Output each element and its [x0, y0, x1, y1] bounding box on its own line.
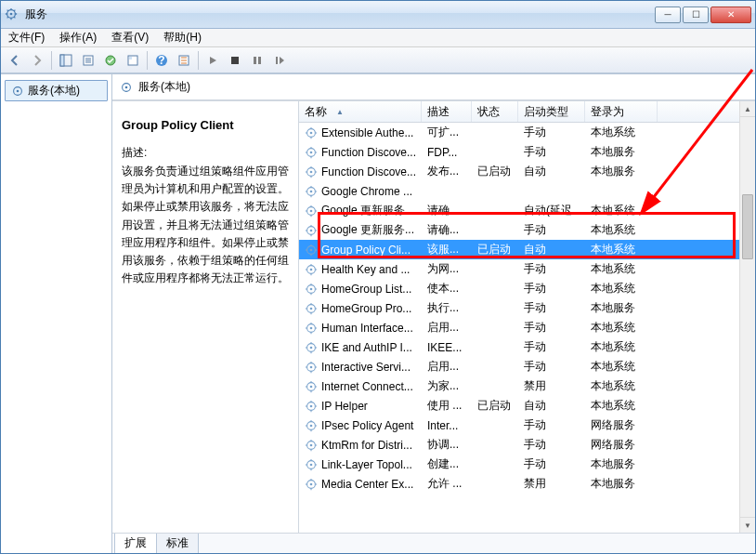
svg-point-60 — [310, 463, 313, 466]
service-desc: 请确... — [422, 222, 472, 238]
service-name: Internet Connect... — [321, 380, 413, 393]
service-row[interactable]: HomeGroup Pro...执行...手动本地服务 — [299, 298, 755, 318]
show-hide-tree-button[interactable] — [56, 50, 76, 71]
vertical-scrollbar[interactable]: ▲ ▼ — [739, 101, 755, 533]
service-row[interactable]: Function Discove...FDP...手动本地服务 — [299, 142, 755, 162]
service-row[interactable]: Function Discove...发布...已启动自动本地服务 — [299, 162, 755, 181]
service-icon — [305, 478, 318, 491]
start-service-button[interactable] — [202, 50, 223, 71]
scroll-up-button[interactable]: ▲ — [740, 101, 755, 117]
scroll-thumb[interactable] — [742, 194, 753, 259]
svg-point-24 — [125, 86, 128, 88]
service-row[interactable]: Health Key and ...为网...手动本地系统 — [299, 259, 755, 279]
menu-view[interactable]: 查看(V) — [108, 28, 152, 47]
service-row[interactable]: KtmRm for Distri...协调...手动网络服务 — [299, 435, 755, 455]
detail-desc: 该服务负责通过组策略组件应用管理员为计算机和用户配置的设置。如果停止或禁用该服务… — [122, 163, 289, 287]
pause-service-button[interactable] — [247, 50, 267, 71]
service-logon: 本地系统 — [585, 281, 658, 297]
service-status: 已启动 — [472, 242, 518, 257]
refresh-button[interactable] — [123, 50, 143, 71]
service-startup: 手动 — [518, 320, 585, 336]
column-startup[interactable]: 启动类型 — [518, 101, 585, 122]
restart-service-button[interactable] — [269, 50, 290, 71]
service-name: Group Policy Cli... — [321, 244, 411, 257]
list-pane: 名称▲ 描述 状态 启动类型 登录为 Extensible Authe...可扩… — [298, 101, 755, 533]
service-desc: 可扩... — [422, 125, 472, 140]
service-row[interactable]: IKE and AuthIP I...IKEE...手动本地系统 — [299, 337, 755, 357]
svg-point-42 — [310, 287, 313, 290]
back-button[interactable] — [5, 50, 25, 71]
service-logon: 网络服务 — [585, 417, 658, 433]
service-icon — [305, 419, 318, 432]
service-startup: 手动 — [518, 456, 585, 472]
service-desc: 为家... — [422, 378, 472, 394]
action-button[interactable] — [174, 50, 194, 71]
service-row[interactable]: IP Helper使用 ...已启动自动本地系统 — [299, 396, 755, 416]
service-logon: 本地系统 — [585, 203, 658, 218]
service-row[interactable]: Human Interface...启用...手动本地系统 — [299, 318, 755, 337]
service-row[interactable]: Google 更新服务...请确...手动本地系统 — [299, 220, 755, 240]
export-button[interactable] — [100, 50, 121, 71]
service-name: Human Interface... — [321, 322, 413, 335]
scroll-down-button[interactable]: ▼ — [740, 517, 755, 533]
service-startup: 手动 — [518, 359, 585, 375]
service-name: IKE and AuthIP I... — [321, 341, 412, 354]
service-name: Function Discove... — [321, 146, 416, 159]
service-row[interactable]: IPsec Policy AgentInter...手动网络服务 — [299, 416, 755, 435]
help-button[interactable]: ? — [151, 50, 172, 71]
service-row[interactable]: Media Center Ex...允许 ...禁用本地服务 — [299, 474, 755, 494]
service-row[interactable]: Group Policy Cli...该服...已启动自动本地系统 — [299, 240, 755, 259]
service-row[interactable]: Google Chrome ... — [299, 181, 755, 201]
service-icon — [305, 322, 318, 335]
close-button[interactable]: ✕ — [710, 7, 751, 23]
services-window: 服务 ─ ☐ ✕ 文件(F) 操作(A) 查看(V) 帮助(H) ? — [0, 0, 756, 554]
titlebar[interactable]: 服务 ─ ☐ ✕ — [1, 1, 755, 29]
svg-point-26 — [310, 131, 313, 134]
service-name: HomeGroup List... — [321, 283, 411, 296]
service-row[interactable]: Google 更新服务...请确...自动(延迟...本地系统 — [299, 201, 755, 220]
column-desc[interactable]: 描述 — [422, 101, 472, 122]
properties-button[interactable] — [78, 50, 98, 71]
service-desc: 该服... — [422, 242, 472, 257]
column-status[interactable]: 状态 — [472, 101, 518, 122]
service-icon — [305, 361, 318, 374]
service-startup: 手动 — [518, 437, 585, 453]
window-title: 服务 — [25, 7, 655, 22]
svg-point-56 — [310, 424, 313, 427]
tree-root-item[interactable]: 服务(本地) — [5, 80, 108, 101]
svg-rect-18 — [254, 57, 256, 64]
tab-standard[interactable]: 标准 — [156, 534, 199, 553]
minimize-button[interactable]: ─ — [655, 7, 681, 23]
menu-help[interactable]: 帮助(H) — [160, 28, 205, 47]
tree-root-label: 服务(本地) — [28, 83, 80, 99]
stop-service-button[interactable] — [225, 50, 245, 71]
service-name: Media Center Ex... — [321, 478, 413, 491]
service-desc: 使本... — [422, 281, 472, 297]
svg-rect-3 — [60, 55, 64, 66]
service-name: Health Key and ... — [321, 263, 410, 276]
service-row[interactable]: Interactive Servi...启用...手动本地系统 — [299, 357, 755, 376]
tree-pane: 服务(本地) — [1, 74, 112, 553]
column-name[interactable]: 名称▲ — [299, 101, 422, 122]
menu-file[interactable]: 文件(F) — [5, 28, 48, 47]
maximize-button[interactable]: ☐ — [683, 7, 709, 23]
toolbar: ? — [1, 47, 755, 73]
list-body[interactable]: Extensible Authe...可扩...手动本地系统Function D… — [299, 123, 755, 533]
svg-point-32 — [310, 190, 313, 192]
service-row[interactable]: Link-Layer Topol...创建...手动本地服务 — [299, 455, 755, 474]
service-logon: 本地系统 — [585, 125, 658, 140]
service-icon — [305, 400, 318, 413]
service-row[interactable]: Internet Connect...为家...禁用本地系统 — [299, 376, 755, 396]
service-row[interactable]: HomeGroup List...使本...手动本地系统 — [299, 279, 755, 298]
tab-extended[interactable]: 扩展 — [114, 534, 157, 553]
service-logon: 本地系统 — [585, 222, 658, 238]
app-icon — [5, 7, 20, 22]
column-logon[interactable]: 登录为 — [585, 101, 658, 122]
service-row[interactable]: Extensible Authe...可扩...手动本地系统 — [299, 123, 755, 142]
service-startup: 手动 — [518, 339, 585, 355]
forward-button[interactable] — [27, 50, 47, 71]
svg-point-62 — [310, 482, 313, 485]
service-startup: 手动 — [518, 417, 585, 433]
menu-action[interactable]: 操作(A) — [56, 28, 100, 47]
service-startup: 自动(延迟... — [518, 203, 585, 218]
